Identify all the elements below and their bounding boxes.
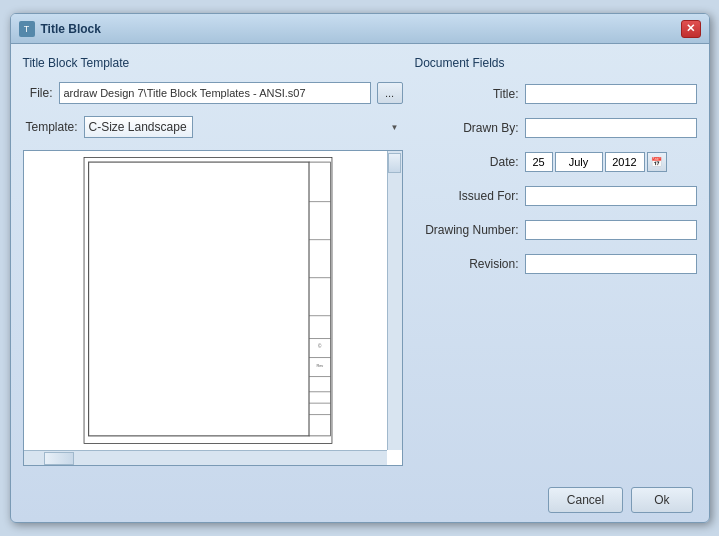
issued-for-input[interactable] [525,186,697,206]
cancel-button[interactable]: Cancel [548,487,623,513]
ok-button[interactable]: Ok [631,487,692,513]
file-input[interactable] [59,82,371,104]
dialog-footer: Cancel Ok [11,478,709,522]
date-field-label: Date: [415,155,525,169]
date-row: Date: 📅 [415,152,697,172]
drawn-by-label: Drawn By: [415,121,525,135]
title-input[interactable] [525,84,697,104]
date-day-input[interactable] [525,152,553,172]
date-fields: 📅 [525,152,667,172]
revision-label: Revision: [415,257,525,271]
drawing-number-row: Drawing Number: [415,220,697,240]
preview-content: © Rev [34,156,382,445]
right-panel: Document Fields Title: Drawn By: Date: [415,56,697,466]
drawing-number-input[interactable] [525,220,697,240]
dialog-title: Title Block [41,22,675,36]
template-select[interactable]: C-Size Landscape A-Size Landscape B-Size… [84,116,193,138]
drawing-number-label: Drawing Number: [415,223,525,237]
file-label: File: [23,86,53,100]
scroll-thumb-vertical[interactable] [388,153,401,173]
revision-row: Revision: [415,254,697,274]
preview-area: © Rev [23,150,403,466]
drawn-by-input[interactable] [525,118,697,138]
title-row: Title: [415,84,697,104]
template-select-wrapper: C-Size Landscape A-Size Landscape B-Size… [84,116,403,138]
template-section-label: Title Block Template [23,56,403,70]
select-arrow-icon: ▼ [391,123,399,132]
title-field-label: Title: [415,87,525,101]
template-label: Template: [23,120,78,134]
title-block-dialog: T Title Block ✕ Title Block Template Fil… [10,13,710,523]
dialog-icon: T [19,21,35,37]
preview-scrollbar-horizontal[interactable] [24,450,387,465]
date-year-input[interactable] [605,152,645,172]
scroll-thumb-horizontal[interactable] [44,452,74,465]
dialog-body: Title Block Template File: ... Template:… [11,44,709,478]
svg-rect-1 [88,162,309,436]
drawn-by-row: Drawn By: [415,118,697,138]
title-bar: T Title Block ✕ [11,14,709,44]
close-button[interactable]: ✕ [681,20,701,38]
doc-fields-label: Document Fields [415,56,697,70]
svg-text:Rev: Rev [316,364,323,368]
revision-input[interactable] [525,254,697,274]
file-row: File: ... [23,82,403,104]
dialog-icon-text: T [24,24,30,34]
preview-scrollbar-vertical[interactable] [387,151,402,450]
date-picker-button[interactable]: 📅 [647,152,667,172]
template-row: Template: C-Size Landscape A-Size Landsc… [23,116,403,138]
left-panel: Title Block Template File: ... Template:… [23,56,403,466]
issued-for-row: Issued For: [415,186,697,206]
browse-button[interactable]: ... [377,82,403,104]
date-month-input[interactable] [555,152,603,172]
issued-for-label: Issued For: [415,189,525,203]
calendar-icon: 📅 [651,157,662,167]
cad-preview-svg: © Rev [34,156,382,445]
svg-rect-2 [309,162,330,436]
